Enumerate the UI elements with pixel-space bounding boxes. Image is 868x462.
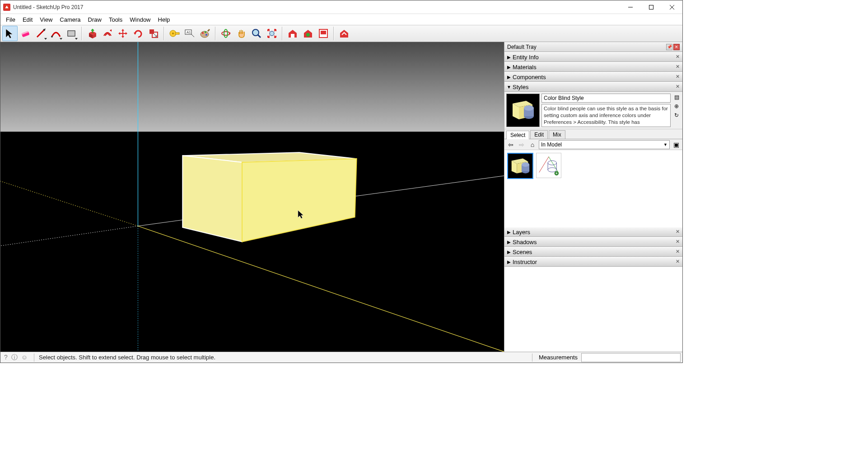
panel-close-icon[interactable]: ✕ (674, 259, 681, 265)
tool-arc[interactable] (48, 26, 64, 41)
measurements-field[interactable] (581, 353, 681, 362)
panel-layers[interactable]: ▶Layers✕ (504, 227, 682, 237)
arrow-right-icon: ▶ (506, 55, 512, 60)
styles-details-icon[interactable]: ▣ (672, 140, 681, 149)
panel-entity-info[interactable]: ▶Entity Info✕ (504, 52, 682, 62)
tool-pan[interactable] (233, 26, 249, 41)
arrow-right-icon: ▶ (506, 75, 512, 80)
panel-materials[interactable]: ▶Materials✕ (504, 62, 682, 72)
svg-marker-40 (340, 30, 348, 38)
tool-scale[interactable] (146, 26, 161, 41)
style-create-icon[interactable]: ⊕ (673, 103, 680, 110)
tool-tape[interactable] (167, 26, 182, 41)
tool-layout[interactable] (316, 26, 331, 41)
svg-line-32 (258, 35, 261, 38)
svg-rect-2 (649, 5, 653, 9)
panel-close-icon[interactable]: ✕ (674, 249, 681, 255)
tray-title: Default Tray (507, 44, 537, 50)
menu-window[interactable]: Window (126, 15, 154, 24)
info-icon[interactable]: ⓘ (11, 354, 18, 362)
style-thumb-1[interactable] (507, 153, 533, 179)
menu-file[interactable]: File (2, 15, 19, 24)
tray-close-icon[interactable]: ✕ (673, 44, 680, 50)
tool-paint[interactable] (197, 26, 213, 41)
status-bar: ? ⓘ ☺ Select objects. Shift to extend se… (0, 352, 682, 363)
arrow-right-icon: ▶ (506, 250, 512, 255)
styles-collection-select[interactable]: In Model ▼ (539, 140, 670, 149)
styles-tab-edit[interactable]: Edit (530, 130, 548, 139)
title-bar: Untitled - SketchUp Pro 2017 (0, 0, 682, 14)
style-preview-thumb[interactable] (506, 94, 540, 127)
maximize-button[interactable] (641, 0, 662, 14)
svg-point-9 (51, 36, 53, 38)
svg-point-25 (202, 32, 204, 34)
panel-close-icon[interactable]: ✕ (674, 74, 681, 80)
3d-viewport[interactable] (0, 42, 504, 352)
tray-pin-icon[interactable]: 📌 (666, 44, 672, 50)
panel-shadows[interactable]: ▶Shadows✕ (504, 237, 682, 247)
menu-help[interactable]: Help (154, 15, 174, 24)
panel-scenes[interactable]: ▶Scenes✕ (504, 247, 682, 257)
svg-rect-35 (291, 34, 294, 38)
panel-close-icon[interactable]: ✕ (674, 64, 681, 70)
tool-eraser[interactable] (18, 26, 33, 41)
tool-zoom[interactable] (249, 26, 264, 41)
svg-text:A1: A1 (187, 30, 191, 34)
tool-warehouse[interactable] (285, 26, 300, 41)
svg-point-33 (270, 31, 274, 36)
svg-marker-50 (182, 156, 242, 242)
tool-text[interactable]: A1 (182, 26, 197, 41)
style-update-icon[interactable]: ↻ (673, 112, 680, 119)
style-display-options-icon[interactable]: ▤ (673, 94, 680, 101)
styles-tab-select[interactable]: Select (506, 131, 529, 139)
nav-back-icon[interactable]: ⇦ (506, 140, 515, 149)
menu-tools[interactable]: Tools (105, 15, 126, 24)
tray-empty-area (504, 267, 682, 352)
tool-move[interactable] (115, 26, 131, 41)
style-thumb-2[interactable] (536, 153, 561, 178)
menu-bar: FileEditViewCameraDrawToolsWindowHelp (0, 14, 682, 25)
menu-view[interactable]: View (36, 15, 56, 24)
tool-zoom-extents[interactable] (264, 26, 280, 41)
svg-point-59 (524, 105, 534, 111)
tool-pushpull[interactable] (84, 26, 100, 41)
panel-instructor[interactable]: ▶Instructor✕ (504, 257, 682, 267)
help-icon[interactable]: ? (4, 354, 8, 362)
styles-tab-mix[interactable]: Mix (549, 130, 565, 139)
tray-header[interactable]: Default Tray 📌 ✕ (504, 42, 682, 52)
tool-ext-warehouse[interactable] (300, 26, 316, 41)
tool-offset[interactable] (100, 26, 115, 41)
tool-advanced[interactable] (336, 26, 352, 41)
panel-close-icon[interactable]: ✕ (674, 229, 681, 235)
tool-line[interactable] (33, 26, 48, 41)
tool-orbit[interactable] (218, 26, 233, 41)
app-window: Untitled - SketchUp Pro 2017 FileEditVie… (0, 0, 683, 363)
menu-edit[interactable]: Edit (19, 15, 36, 24)
panel-close-icon[interactable]: ✕ (674, 239, 681, 245)
arrow-right-icon: ▶ (506, 259, 512, 264)
panel-components[interactable]: ▶Components✕ (504, 72, 682, 82)
svg-point-27 (205, 34, 207, 36)
app-icon (3, 4, 10, 11)
styles-collection-label: In Model (541, 141, 562, 148)
panel-styles[interactable]: ▼Styles✕ (504, 82, 682, 92)
tool-rotate[interactable] (131, 26, 146, 41)
style-name-field[interactable]: Color Blind Style (541, 94, 671, 103)
nav-forward-icon[interactable]: ⇨ (517, 140, 526, 149)
tool-select[interactable] (2, 26, 18, 41)
svg-rect-11 (68, 31, 75, 36)
tool-rect[interactable] (64, 26, 79, 41)
menu-draw[interactable]: Draw (84, 15, 105, 24)
nav-home-icon[interactable]: ⌂ (528, 140, 537, 149)
minimize-button[interactable] (620, 0, 641, 14)
style-description-field[interactable]: Color blind people can use this style as… (541, 104, 671, 127)
default-tray: Default Tray 📌 ✕ ▶Entity Info✕▶Materials… (504, 42, 682, 352)
close-button[interactable] (662, 0, 682, 14)
measurements-label: Measurements (535, 354, 581, 361)
styles-thumbnail-list (504, 150, 682, 227)
menu-camera[interactable]: Camera (56, 15, 84, 24)
panel-close-icon[interactable]: ✕ (674, 84, 681, 90)
svg-line-7 (37, 30, 44, 37)
user-icon[interactable]: ☺ (21, 354, 28, 362)
panel-close-icon[interactable]: ✕ (674, 54, 681, 60)
